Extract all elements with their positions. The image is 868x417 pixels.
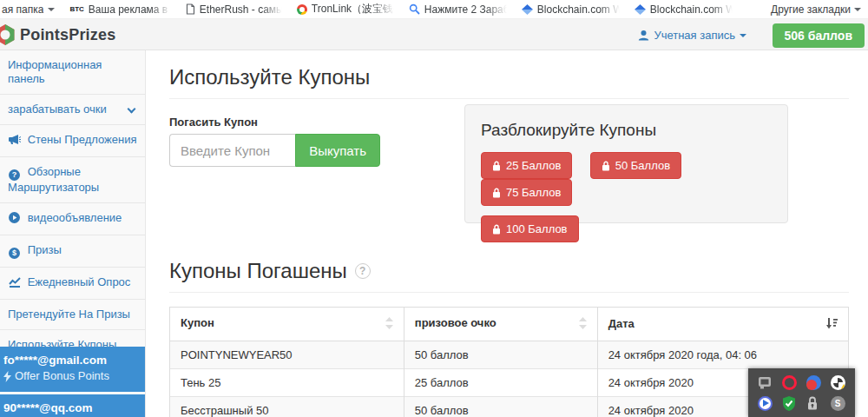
notification-email: fo*****@gmail.com: [3, 353, 138, 368]
page-title: Используйте Купоны: [169, 65, 849, 99]
bonus-notification[interactable]: 90*****@qq.com Offer Bonus Points: [0, 394, 145, 417]
sort-icon: [385, 317, 393, 332]
pie-warning-icon[interactable]: [831, 375, 845, 390]
play-circle-icon: [8, 212, 21, 227]
site-header: PointsPrizes Учетная запись 506 баллов: [0, 19, 868, 50]
sidebar-item-claim-prizes[interactable]: Претендуйте На Призы: [0, 300, 145, 330]
chevron-down-icon: [128, 105, 136, 114]
dollar-coin-icon: $: [8, 245, 21, 259]
question-circle-icon: ?: [8, 167, 21, 181]
sidebar-item-video-ads[interactable]: видеообъявление: [0, 203, 145, 235]
opera-icon[interactable]: [782, 375, 797, 390]
other-bookmarks-button[interactable]: Другие закладки: [771, 3, 861, 16]
system-tray-popup: S: [748, 368, 855, 417]
media-player-icon[interactable]: [758, 396, 773, 411]
bookmark-label: Нажмите 2 Зараб: [424, 3, 507, 16]
sidebar-item-label: Обзорные Маршрутизаторы: [8, 165, 99, 194]
cell-points: 50 баллов: [404, 341, 597, 369]
caret-down-icon: [48, 8, 55, 11]
caret-down-icon: [854, 8, 861, 11]
lock-icon: [492, 224, 501, 235]
notification-email: 90*****@qq.com: [3, 400, 138, 416]
sidebar-item-label: Стены Предложения: [28, 133, 137, 146]
account-label: Учетная запись: [654, 29, 735, 42]
lightning-icon: [3, 371, 11, 382]
cell-date: 24 октября 2020 года, 04: 06: [597, 341, 848, 369]
bookmark-label: ая папка: [2, 3, 43, 16]
bookmark-label: Ваша реклама в с: [89, 3, 171, 16]
bookmark-folder[interactable]: ая папка: [2, 3, 55, 16]
coupon-input[interactable]: [169, 134, 295, 167]
sidebar-item-label: Ежедневный Опрос: [28, 275, 131, 288]
column-header-coupon[interactable]: Купон: [170, 308, 404, 341]
unlock-25-button[interactable]: 25 Баллов: [481, 152, 572, 179]
megaphone-icon: [8, 135, 21, 149]
bookmark-item[interactable]: EtherRush - самый: [186, 3, 282, 16]
brand-logo[interactable]: PointsPrizes: [0, 23, 115, 46]
unlock-coupons-panel: Разблокируйте Купоны 25 Баллов 50 Баллов…: [464, 104, 788, 223]
table-row: Бесстрашный 50 50 баллов 24 октября 2020: [170, 397, 849, 417]
sidebar-item-label: Информационная панель: [8, 58, 102, 85]
sidebar-item-label: видеообъявление: [28, 211, 122, 224]
column-header-date[interactable]: Дата: [597, 308, 848, 341]
blockchain-icon: [522, 4, 533, 15]
sidebar-item-offer-walls[interactable]: Стены Предложения: [0, 125, 145, 157]
points-balance-badge[interactable]: 506 баллов: [773, 23, 865, 48]
cell-points: 50 баллов: [404, 397, 597, 417]
tronlink-icon: [297, 4, 307, 15]
sidebar-item-survey-routers[interactable]: ? Обзорные Маршрутизаторы: [0, 157, 145, 203]
redeemed-title: Купоны Погашены: [169, 259, 347, 283]
sidebar-item-label: Претендуйте На Призы: [8, 308, 130, 321]
magnifier-icon: [409, 3, 420, 15]
unlock-75-button[interactable]: 75 Баллов: [481, 179, 572, 206]
redeemed-coupons-section: Купоны Погашены ? Купон призовое очко Да…: [169, 259, 849, 417]
unlock-50-button[interactable]: 50 Баллов: [590, 152, 681, 179]
line-chart-icon: [8, 277, 21, 291]
shield-check-icon[interactable]: [782, 396, 797, 411]
account-menu[interactable]: Учетная запись: [638, 29, 746, 42]
main-content: Используйте Купоны Погасить Купон Выкупа…: [146, 50, 868, 417]
lock-icon: [492, 188, 501, 198]
bookmark-item[interactable]: BTC Ваша реклама в с: [69, 3, 170, 16]
lock-app-icon[interactable]: [806, 396, 821, 411]
window-app-icon[interactable]: [758, 375, 773, 390]
redeemed-coupons-table: Купон призовое очко Дата POINTYNEWYEAR50: [169, 307, 849, 417]
sidebar-item-dashboard[interactable]: Информационная панель: [0, 50, 145, 95]
table-row: POINTYNEWYEAR50 50 баллов 24 октября 202…: [170, 341, 849, 369]
bonus-notification[interactable]: fo*****@gmail.com Offer Bonus Points: [0, 347, 145, 392]
pointsprizes-logo-icon: [0, 23, 16, 46]
cell-coupon: Тень 25: [170, 369, 404, 397]
user-icon: [638, 30, 649, 41]
redeem-button[interactable]: Выкупать: [295, 134, 380, 167]
browser-app-icon[interactable]: [806, 375, 821, 390]
sidebar-item-prizes[interactable]: $ Призы: [0, 235, 145, 268]
sort-icon: [579, 317, 587, 332]
bookmark-label: EtherRush - самый: [200, 3, 282, 16]
help-icon[interactable]: ?: [355, 263, 371, 279]
sidebar-item-daily-poll[interactable]: Ежедневный Опрос: [0, 268, 145, 300]
sort-desc-icon: [826, 318, 838, 332]
bookmark-item[interactable]: Blockchain.com Wa: [522, 3, 620, 16]
bookmark-label: Blockchain.com Wa: [650, 3, 733, 16]
blockchain-icon: [635, 4, 646, 15]
bookmark-item[interactable]: Blockchain.com Wa: [635, 3, 733, 16]
notification-action: Offer Bonus Points: [15, 368, 109, 384]
s-app-icon[interactable]: S: [831, 396, 845, 411]
bookmarks-bar: ая папка BTC Ваша реклама в с EtherRush …: [0, 0, 868, 19]
lock-icon: [492, 161, 501, 171]
unlock-100-button[interactable]: 100 Баллов: [481, 215, 579, 242]
redeem-input-group: Выкупать: [169, 134, 380, 167]
sidebar: Информационная панель зарабатывать очки …: [0, 50, 146, 417]
column-header-points[interactable]: призовое очко: [404, 308, 597, 341]
other-bookmarks-label: Другие закладки: [771, 3, 851, 16]
sidebar-item-earn-points[interactable]: зарабатывать очки: [0, 95, 145, 125]
bookmark-item[interactable]: TronLink（波宝钱包: [297, 2, 394, 17]
bookmark-item[interactable]: Нажмите 2 Зараб: [409, 3, 507, 16]
bookmark-label: Blockchain.com Wa: [537, 3, 620, 16]
table-row: Тень 25 25 баллов 24 октября 2020: [170, 369, 849, 397]
lock-icon: [602, 161, 610, 171]
sidebar-item-label: Призы: [28, 243, 62, 256]
cell-points: 25 баллов: [404, 369, 597, 397]
cell-coupon: POINTYNEWYEAR50: [170, 341, 404, 369]
cell-coupon: Бесстрашный 50: [170, 397, 404, 417]
